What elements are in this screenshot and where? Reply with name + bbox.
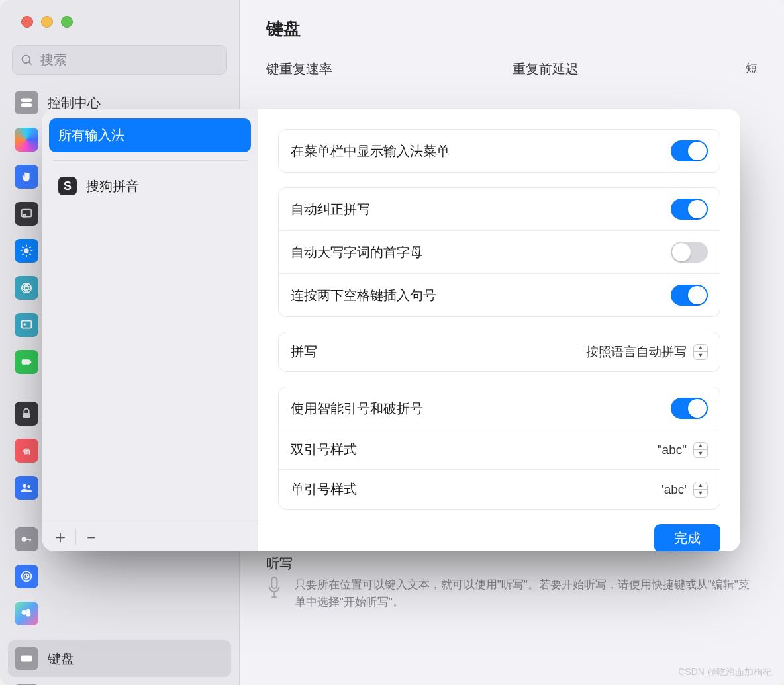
- gamecenter-icon: [15, 602, 38, 625]
- row-double-space: 连按两下空格键插入句号: [279, 273, 720, 316]
- double-quote-popup[interactable]: "abc" ▲▼: [658, 442, 708, 458]
- dictation-row: 只要所在位置可以键入文本，就可以使用"听写"。若要开始听写，请使用快捷键或从"编…: [266, 572, 758, 610]
- svg-rect-20: [30, 361, 32, 363]
- sidebar-item-keyboard[interactable]: 键盘: [8, 640, 231, 677]
- sheet-sidebar: 所有输入法 S 搜狗拼音 ＋ －: [42, 109, 258, 551]
- sidebar-item-trackpad[interactable]: 触控板: [8, 677, 231, 685]
- chevron-updown-icon: ▲▼: [693, 344, 708, 360]
- svg-point-22: [23, 484, 27, 488]
- toggle-smart-quotes[interactable]: [671, 398, 708, 419]
- settings-group-3: 拼写 按照语言自动拼写 ▲▼: [278, 332, 720, 372]
- svg-point-23: [27, 485, 30, 488]
- toggle-autocorrect[interactable]: [671, 199, 708, 220]
- sheet-sidebar-item-all[interactable]: 所有输入法: [49, 118, 251, 152]
- zoom-window-button[interactable]: [61, 16, 73, 28]
- input-sources-sheet: 所有输入法 S 搜狗拼音 ＋ － 在菜单栏中显示输入法菜单: [42, 109, 740, 551]
- dictation-label: 听写: [266, 555, 758, 572]
- svg-point-6: [24, 248, 28, 253]
- siri-icon: [15, 128, 38, 152]
- sheet-sidebar-item-label: 搜狗拼音: [86, 177, 139, 195]
- row-single-quote-style: 单引号样式 'abc' ▲▼: [279, 469, 720, 509]
- row-autocorrect: 自动纠正拼写: [279, 188, 720, 230]
- delay-label: 重复前延迟: [513, 60, 579, 78]
- search-container: 搜索: [12, 45, 227, 75]
- svg-rect-17: [22, 321, 32, 328]
- svg-line-14: [30, 247, 31, 248]
- keyboard-icon: [15, 647, 38, 670]
- search-input[interactable]: 搜索: [12, 45, 227, 75]
- internet-accounts-icon: [15, 565, 38, 588]
- svg-point-28: [22, 610, 26, 615]
- key-repeat-label: 键重复速率: [266, 60, 332, 78]
- row-label: 连按两下空格键插入句号: [291, 287, 436, 304]
- svg-rect-35: [23, 659, 29, 661]
- done-button[interactable]: 完成: [654, 524, 720, 551]
- chevron-updown-icon: ▲▼: [693, 482, 708, 498]
- svg-point-18: [24, 324, 25, 325]
- row-autocap: 自动大写字词的首字母: [279, 230, 720, 273]
- minimize-window-button[interactable]: [41, 16, 53, 28]
- add-input-source-button[interactable]: ＋: [48, 525, 73, 549]
- row-label: 拼写: [291, 343, 317, 361]
- sidebar-item[interactable]: [8, 558, 231, 595]
- svg-line-11: [23, 247, 24, 248]
- svg-rect-40: [271, 578, 277, 588]
- remove-input-source-button[interactable]: －: [79, 525, 104, 549]
- toggle-double-space[interactable]: [671, 285, 708, 306]
- toggle-show-input-menu[interactable]: [671, 140, 708, 161]
- popup-value: "abc": [658, 443, 687, 457]
- row-show-input-menu: 在菜单栏中显示输入法菜单: [279, 130, 720, 172]
- hand-icon: [15, 165, 38, 189]
- wallpaper-icon: [15, 276, 38, 300]
- row-label: 单引号样式: [291, 480, 357, 498]
- sheet-sidebar-item-sogou[interactable]: S 搜狗拼音: [49, 169, 251, 203]
- settings-group-4: 使用智能引号和破折号 双引号样式 "abc" ▲▼ 单引号样式 'abc' ▲▼: [278, 387, 720, 510]
- row-label: 使用智能引号和破折号: [291, 400, 423, 418]
- svg-rect-21: [23, 413, 30, 418]
- page-title: 键盘: [266, 17, 758, 40]
- svg-line-13: [23, 254, 24, 255]
- divider: [75, 529, 76, 545]
- svg-rect-5: [23, 215, 26, 217]
- svg-point-16: [22, 283, 32, 293]
- divider: [53, 160, 247, 161]
- control-center-icon: [15, 91, 38, 114]
- sheet-content: 在菜单栏中显示输入法菜单 自动纠正拼写 自动大写字词的首字母 连按两下空格键插入…: [258, 109, 740, 551]
- popup-value: 按照语言自动拼写: [586, 343, 687, 361]
- svg-rect-26: [30, 539, 31, 542]
- row-double-quote-style: 双引号样式 "abc" ▲▼: [279, 430, 720, 469]
- sidebar-item-label: 键盘: [48, 650, 74, 668]
- single-quote-popup[interactable]: 'abc' ▲▼: [662, 482, 708, 498]
- sheet-sidebar-list: 所有输入法 S 搜狗拼音: [42, 109, 258, 522]
- svg-rect-2: [21, 99, 32, 103]
- search-placeholder: 搜索: [40, 51, 67, 69]
- touchid-icon: [15, 439, 38, 463]
- svg-rect-3: [21, 103, 32, 107]
- password-icon: [15, 527, 38, 551]
- row-label: 在菜单栏中显示输入法菜单: [291, 142, 450, 160]
- window-traffic-lights: [0, 0, 239, 38]
- settings-group-2: 自动纠正拼写 自动大写字词的首字母 连按两下空格键插入句号: [278, 187, 720, 317]
- settings-group-1: 在菜单栏中显示输入法菜单: [278, 129, 720, 173]
- svg-line-12: [30, 254, 31, 255]
- spelling-popup[interactable]: 按照语言自动拼写 ▲▼: [586, 343, 708, 361]
- microphone-icon: [266, 575, 283, 602]
- toggle-autocap[interactable]: [671, 242, 708, 263]
- sheet-toolbar: ＋ －: [42, 522, 258, 551]
- sidebar-item[interactable]: [8, 595, 231, 632]
- svg-rect-19: [22, 359, 30, 364]
- svg-point-24: [22, 537, 26, 541]
- watermark: CSDN @吃泡面加枸杞: [678, 666, 772, 678]
- brightness-icon: [15, 239, 38, 263]
- close-window-button[interactable]: [21, 16, 33, 28]
- row-label: 自动纠正拼写: [291, 201, 370, 218]
- battery-icon: [15, 350, 38, 374]
- row-spelling: 拼写 按照语言自动拼写 ▲▼: [279, 332, 720, 371]
- svg-rect-33: [25, 657, 26, 659]
- svg-point-29: [26, 612, 30, 616]
- svg-line-1: [29, 62, 32, 64]
- sogou-icon: S: [58, 177, 77, 195]
- lock-icon: [15, 402, 38, 426]
- slider-labels-row: 键重复速率 重复前延迟 短: [266, 60, 758, 78]
- svg-point-0: [23, 55, 30, 63]
